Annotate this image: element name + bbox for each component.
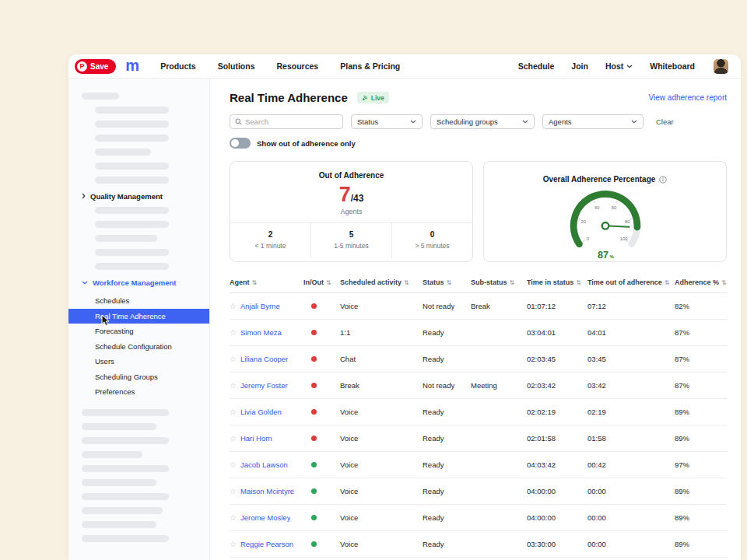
agents-dropdown-label: Agents [549,117,572,126]
gauge-ticks [578,201,631,241]
time-in-status-cell: 02:01:58 [527,434,587,443]
clear-filters-button[interactable]: Clear [656,117,674,126]
agent-link[interactable]: Jacob Lawson [240,460,288,469]
page-title: Real Time Adherence [230,91,348,104]
chevron-down-icon [626,65,633,68]
status-cell: Ready [423,487,471,495]
main-content: Real Time Adherence Live View adherence … [210,79,741,560]
status-cell: Ready [423,434,471,443]
inout-status-dot [311,303,317,309]
agents-dropdown[interactable]: Agents [542,114,644,129]
nav-link-whiteboard[interactable]: Whiteboard [650,61,695,71]
favorite-star-icon[interactable]: ☆ [230,328,237,337]
nav-link-schedule[interactable]: Schedule [518,61,555,71]
sidebar-section-workforce-management[interactable]: Workforce Management [68,277,209,288]
title-row: Real Time Adherence Live View adherence … [230,91,727,104]
sort-icon: ⇅ [326,279,331,286]
col-label: Adherence % [675,278,719,286]
col-header-sub-status[interactable]: Sub-status⇅ [471,278,527,286]
scheduled-activity-cell: Break [340,381,423,390]
favorite-star-icon[interactable]: ☆ [230,302,237,310]
agents-unit-label: Agents [238,208,465,215]
favorite-star-icon[interactable]: ☆ [230,487,237,495]
col-header-in-out[interactable]: In/Out⇅ [303,278,340,286]
scheduled-activity-cell: Voice [340,513,423,522]
agent-link[interactable]: Anjali Byrne [240,302,280,310]
view-adherence-report-link[interactable]: View adherence report [649,93,727,102]
nav-link-resources[interactable]: Resources [277,61,319,71]
sidebar-item-forecasting[interactable]: Forecasting [68,324,209,339]
agent-link[interactable]: Hari Horn [240,434,272,443]
scheduling-groups-dropdown[interactable]: Scheduling groups [430,114,535,129]
sidebar-item-preferences[interactable]: Preferences [68,384,209,400]
user-avatar[interactable] [714,59,728,74]
time-out-cell: 01:58 [587,434,675,443]
skeleton-bar [95,221,169,228]
sidebar-item-scheduling-groups[interactable]: Scheduling Groups [68,369,209,385]
table-row: ☆Jacob Lawson Voice Ready 04:03:42 00:42… [230,452,727,478]
info-icon[interactable] [659,176,667,184]
status-cell: Ready [423,408,471,416]
skeleton-bar [95,135,169,142]
adherence-cell: 97% [675,460,727,469]
pinterest-save-button[interactable]: P Save [75,59,116,74]
adherence-cell: 89% [675,540,727,548]
favorite-star-icon[interactable]: ☆ [230,408,237,416]
status-cell: Ready [423,460,471,469]
status-cell: Ready [423,328,471,337]
agent-link[interactable]: Jeremy Foster [240,381,288,390]
nav-link-join[interactable]: Join [571,61,588,71]
table-row: ☆Jeremy Foster Break Not ready Meeting 0… [230,373,727,399]
brand-logo[interactable]: m [125,58,139,73]
skeleton-bar [82,437,169,444]
col-header-time-in-status[interactable]: Time in status⇅ [527,278,587,286]
sidebar-item-users[interactable]: Users [68,354,209,369]
skeleton-bar [82,465,169,472]
agent-link[interactable]: Liliana Cooper [240,355,288,363]
adherence-cell: 87% [675,381,727,390]
favorite-star-icon[interactable]: ☆ [230,513,237,522]
skeleton-bar [82,521,156,528]
scheduled-activity-cell: Voice [340,540,423,548]
nav-link-products[interactable]: Products [160,61,196,71]
agent-link[interactable]: Livia Golden [240,408,282,416]
inout-status-dot [311,356,317,362]
favorite-star-icon[interactable]: ☆ [230,540,237,548]
sidebar-item-real-time-adherence[interactable]: Real Time Adherence [68,309,209,324]
nav-right: Schedule Join Host Whiteboard [518,59,728,74]
sidebar-item-schedules[interactable]: Schedules [68,293,209,309]
favorite-star-icon[interactable]: ☆ [230,381,237,390]
col-header-adherence[interactable]: Adherence %⇅ [675,278,727,286]
sidebar-item-schedule-configuration[interactable]: Schedule Configuration [68,339,209,355]
gauge-value: 87 [597,250,608,261]
agent-link[interactable]: Jerome Mosley [240,513,290,522]
agent-link[interactable]: Reggie Pearson [240,540,293,548]
agent-link[interactable]: Simon Meza [240,328,282,337]
gauge-wrap: 0 20 40 60 80 100 87 % [484,187,726,261]
sort-icon: ⇅ [576,279,581,286]
table-row: ☆Hari Horn Voice Ready 02:01:58 01:58 89… [230,425,727,452]
favorite-star-icon[interactable]: ☆ [230,355,237,363]
col-label: Sub-status [471,278,507,286]
status-dropdown[interactable]: Status [351,114,423,129]
sidebar-section-quality-management[interactable]: Quality Management [68,191,209,201]
nav-link-solutions[interactable]: Solutions [218,61,255,71]
out-of-adherence-toggle[interactable] [230,138,251,149]
sort-icon: ⇅ [447,279,452,286]
pinterest-icon: P [77,61,87,72]
col-header-time-out-of-adherence[interactable]: Time out of adherence⇅ [587,278,675,286]
col-header-status[interactable]: Status⇅ [423,278,471,286]
nav-link-plans-pricing[interactable]: Plans & Pricing [340,61,400,71]
skeleton-bar [95,121,169,128]
favorite-star-icon[interactable]: ☆ [230,434,237,443]
skeleton-bar [82,451,142,458]
favorite-star-icon[interactable]: ☆ [230,460,237,469]
col-header-agent[interactable]: Agent⇅ [230,278,303,286]
search-input[interactable] [245,117,338,126]
agent-link[interactable]: Maison Mcintyre [240,487,294,495]
col-header-scheduled-activity[interactable]: Scheduled activity⇅ [340,278,423,286]
nav-link-host[interactable]: Host [605,61,633,71]
search-box[interactable] [230,114,343,129]
status-cell: Ready [423,355,471,363]
col-label: Scheduled activity [340,278,402,286]
